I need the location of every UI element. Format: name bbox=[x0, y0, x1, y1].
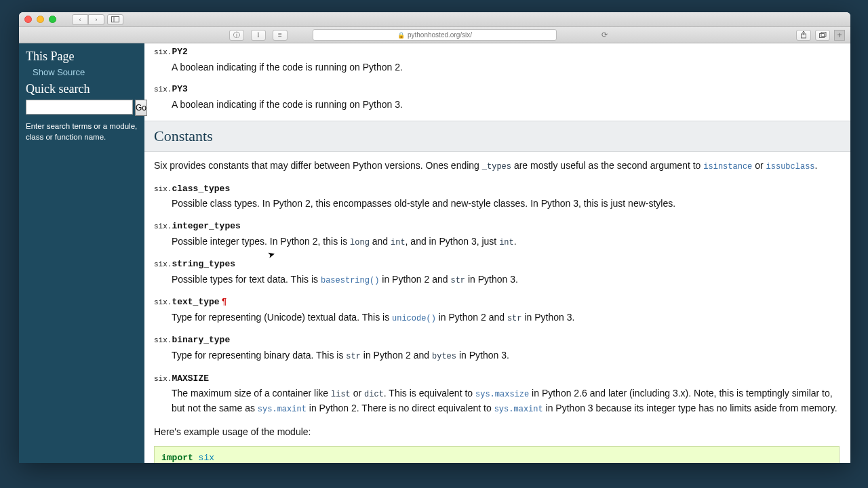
search-hint: Enter search terms or a module, class or… bbox=[26, 121, 138, 142]
text-size-button[interactable]: ≡ bbox=[273, 30, 288, 41]
share-button[interactable] bbox=[796, 30, 811, 41]
browser-toolbar: ⓘ I ≡ 🔒 pythonhosted.org/six/ ⟳ + bbox=[19, 27, 850, 43]
url-text: pythonhosted.org/six/ bbox=[408, 31, 472, 39]
attr-py2-desc: A boolean indicating if the code is runn… bbox=[172, 60, 841, 74]
browser-window: ‹ › ⓘ I ≡ 🔒 pythonhosted.org/six/ ⟳ + bbox=[19, 12, 850, 463]
attr-py2: six.PY2 A boolean indicating if the code… bbox=[154, 46, 841, 74]
svg-rect-5 bbox=[821, 32, 826, 36]
new-tab-button[interactable]: + bbox=[834, 30, 845, 41]
url-bar[interactable]: 🔒 pythonhosted.org/six/ bbox=[313, 29, 557, 41]
attr-py3: six.PY3 A boolean indicating if the code… bbox=[154, 83, 841, 111]
page-content: This Page Show Source Quick search Go En… bbox=[19, 43, 850, 463]
reader-button[interactable]: I bbox=[251, 30, 266, 41]
show-source-link[interactable]: Show Source bbox=[26, 67, 138, 77]
reload-button[interactable]: ⟳ bbox=[601, 30, 608, 39]
attr-maxsize: six.MAXSIZE The maximum size of a contai… bbox=[154, 373, 841, 416]
privacy-report-button[interactable]: ⓘ bbox=[229, 30, 244, 41]
search-input[interactable] bbox=[26, 100, 133, 115]
constants-intro: Six provides constants that may differ b… bbox=[154, 159, 841, 173]
svg-rect-4 bbox=[819, 33, 824, 37]
close-window-button[interactable] bbox=[24, 16, 32, 23]
permalink-icon[interactable]: ¶ bbox=[222, 297, 227, 307]
forward-button[interactable]: › bbox=[88, 14, 104, 25]
zoom-window-button[interactable] bbox=[49, 16, 56, 23]
attr-binary-type: six.binary_type Type for representing bi… bbox=[154, 334, 841, 363]
sidebar-toggle-button[interactable] bbox=[107, 14, 123, 25]
traffic-lights bbox=[24, 16, 56, 23]
attr-string-types: six.string_types Possible types for text… bbox=[154, 258, 841, 287]
doc-sidebar: This Page Show Source Quick search Go En… bbox=[19, 43, 144, 463]
minimize-window-button[interactable] bbox=[37, 16, 44, 23]
back-button[interactable]: ‹ bbox=[72, 14, 88, 25]
tabs-overview-button[interactable] bbox=[815, 30, 830, 41]
attr-text-type: six.text_type¶ Type for representing (Un… bbox=[154, 296, 841, 325]
lock-icon: 🔒 bbox=[397, 32, 405, 39]
doc-main[interactable]: six.PY2 A boolean indicating if the code… bbox=[144, 43, 850, 463]
constants-heading: Constants bbox=[144, 121, 850, 152]
this-page-heading: This Page bbox=[26, 49, 138, 64]
code-example: import six def dispatch_types(value): if… bbox=[154, 446, 840, 463]
attr-integer-types: six.integer_types Possible integer types… bbox=[154, 220, 841, 249]
titlebar: ‹ › bbox=[19, 12, 850, 27]
quick-search-heading: Quick search bbox=[26, 82, 138, 96]
example-usage-label: Here's example usage of the module: bbox=[154, 425, 841, 439]
attr-class-types: six.class_types Possible class types. In… bbox=[154, 183, 841, 211]
svg-rect-0 bbox=[112, 17, 119, 22]
attr-py3-desc: A boolean indicating if the code is runn… bbox=[172, 98, 841, 111]
